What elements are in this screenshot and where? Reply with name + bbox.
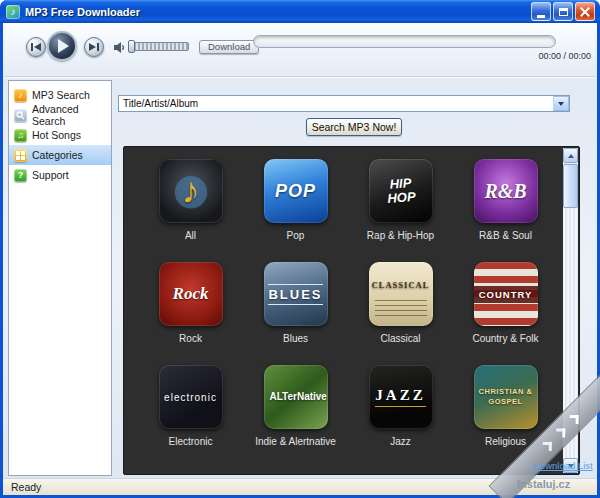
close-button[interactable]: [575, 2, 595, 21]
category-tile-all[interactable]: ♪ All: [138, 159, 243, 262]
search-combobox[interactable]: Title/Artist/Album: [118, 95, 570, 112]
next-track-button[interactable]: [84, 37, 104, 57]
category-label: Pop: [287, 230, 305, 241]
category-tile-electronic[interactable]: electronic Electronic: [138, 365, 243, 468]
previous-icon-triangle: [34, 43, 41, 51]
category-art-rock: Rock: [159, 262, 223, 326]
category-art-blues: BLUES: [264, 262, 328, 326]
category-art-jazz: JAZZ: [369, 365, 433, 429]
sidebar: ♪ MP3 Search Advanced Search ♫ Hot Songs…: [8, 80, 112, 476]
category-art-text: R&B: [484, 180, 526, 203]
chevron-up-icon: [568, 154, 574, 158]
download-list-link[interactable]: Download List: [533, 460, 593, 471]
titlebar[interactable]: ♪ MP3 Free Downloader: [0, 0, 600, 23]
category-art-text: BLUES: [268, 284, 322, 305]
toolbar-separator: [5, 76, 595, 78]
sidebar-item-label: Support: [32, 169, 69, 181]
category-art-rap: HIP HOP: [369, 159, 433, 223]
category-art-text: CLASSICAL: [372, 280, 430, 290]
category-label: Indie & Alertnative: [255, 436, 336, 447]
category-art-text: ♪: [182, 170, 200, 212]
category-tile-country-folk[interactable]: COUNTRY Country & Folk: [453, 262, 558, 365]
category-tile-rock[interactable]: Rock Rock: [138, 262, 243, 365]
category-label: Rock: [179, 333, 202, 344]
category-art-text: Rock: [173, 284, 209, 304]
chevron-icon: [556, 429, 565, 438]
category-label: Religious: [485, 436, 526, 447]
category-tile-classical[interactable]: CLASSICAL Classical: [348, 262, 453, 365]
category-art-text: CHRISTIAN & GOSPEL: [479, 387, 533, 407]
category-tile-pop[interactable]: POP Pop: [243, 159, 348, 262]
category-label: Rap & Hip-Hop: [367, 230, 434, 241]
category-art-classical: CLASSICAL: [369, 262, 433, 326]
search-mp3-button[interactable]: Search MP3 Now!: [306, 118, 402, 136]
hot-songs-icon: ♫: [14, 129, 27, 142]
category-label: Electronic: [169, 436, 213, 447]
category-tile-jazz[interactable]: JAZZ Jazz: [348, 365, 453, 468]
sidebar-item-label: Categories: [32, 149, 83, 161]
category-label: Classical: [380, 333, 420, 344]
help-icon: ?: [14, 169, 27, 182]
maximize-button[interactable]: [553, 2, 573, 21]
categories-grid: ♪ All POP Pop HIP HOP Rap & Hip-Hop R&B …: [138, 159, 558, 468]
next-icon-triangle: [89, 43, 96, 51]
volume-slider[interactable]: [129, 42, 189, 51]
category-art-country: COUNTRY: [474, 262, 538, 326]
sidebar-item-label: MP3 Search: [32, 89, 90, 101]
chevron-down-icon: [558, 102, 564, 106]
categories-icon: [14, 149, 27, 162]
category-tile-blues[interactable]: BLUES Blues: [243, 262, 348, 365]
maximize-icon: [559, 8, 568, 16]
playback-time: 00:00 / 00:00: [538, 51, 591, 61]
previous-track-button[interactable]: [26, 37, 46, 57]
sidebar-item-label: Hot Songs: [32, 129, 81, 141]
category-tile-rnb-soul[interactable]: R&B R&B & Soul: [453, 159, 558, 262]
category-art-rnb: R&B: [474, 159, 538, 223]
chevron-icon: [542, 442, 551, 451]
speaker-icon: [113, 40, 126, 58]
category-art-text: JAZZ: [375, 387, 425, 407]
category-art-text: COUNTRY: [474, 286, 538, 303]
sidebar-item-categories[interactable]: Categories: [9, 145, 111, 165]
category-art-electronic: electronic: [159, 365, 223, 429]
category-art-text: electronic: [164, 392, 217, 403]
chevron-icon: [569, 415, 578, 424]
app-icon: ♪: [6, 5, 20, 19]
sidebar-item-label: Advanced Search: [32, 103, 111, 127]
seek-bar[interactable]: [253, 35, 556, 48]
sidebar-item-mp3-search[interactable]: ♪ MP3 Search: [9, 85, 111, 105]
minimize-icon: [537, 15, 545, 18]
search-icon: [14, 109, 27, 122]
category-art-text: HIP HOP: [378, 176, 424, 206]
scroll-up-button[interactable]: [563, 148, 578, 163]
categories-panel: ♪ All POP Pop HIP HOP Rap & Hip-Hop R&B …: [123, 146, 580, 475]
window-title: MP3 Free Downloader: [25, 6, 140, 18]
category-label: Country & Folk: [472, 333, 538, 344]
category-art-text: POP: [275, 181, 316, 202]
scrollbar-thumb[interactable]: [563, 164, 578, 208]
search-combobox-value[interactable]: Title/Artist/Album: [119, 98, 553, 109]
watermark-site-text: Instaluj.cz: [517, 478, 570, 490]
previous-icon: [31, 43, 33, 51]
sidebar-item-support[interactable]: ? Support: [9, 165, 111, 185]
category-label: Blues: [283, 333, 308, 344]
category-label: R&B & Soul: [479, 230, 532, 241]
category-tile-indie-alternative[interactable]: ALTerNative Indie & Alertnative: [243, 365, 348, 468]
category-art-all: ♪: [159, 159, 223, 223]
download-button[interactable]: Download: [199, 40, 259, 54]
category-art-text: ALTerNative: [270, 391, 322, 403]
category-tile-rap-hip-hop[interactable]: HIP HOP Rap & Hip-Hop: [348, 159, 453, 262]
music-note-icon: ♪: [14, 89, 27, 102]
minimize-button[interactable]: [531, 2, 551, 21]
play-button[interactable]: [47, 31, 77, 61]
dropdown-button[interactable]: [553, 96, 569, 111]
volume-thumb[interactable]: [128, 40, 135, 53]
category-art-pop: POP: [264, 159, 328, 223]
sidebar-item-advanced-search[interactable]: Advanced Search: [9, 105, 111, 125]
category-label: Jazz: [390, 436, 411, 447]
next-icon: [97, 43, 99, 51]
sidebar-item-hot-songs[interactable]: ♫ Hot Songs: [9, 125, 111, 145]
status-text: Ready: [3, 481, 41, 493]
app-window: ♪ MP3 Free Downloader Download 00:00 / 0…: [0, 0, 600, 498]
category-label: All: [185, 230, 196, 241]
